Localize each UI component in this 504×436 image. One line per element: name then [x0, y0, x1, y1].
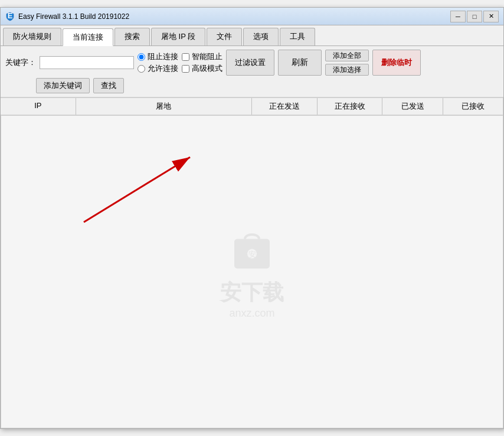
smart-block-label: 智能阻止 — [192, 51, 222, 62]
svg-text:E: E — [8, 12, 13, 20]
tab-files[interactable]: 文件 — [207, 28, 242, 45]
col-ip: IP — [1, 98, 76, 115]
keyword-input[interactable] — [40, 56, 134, 69]
col-local: 屠地 — [76, 98, 252, 115]
svg-text:安: 安 — [248, 250, 256, 259]
red-arrow — [48, 134, 237, 252]
tab-current-connections[interactable]: 当前连接 — [63, 28, 113, 46]
col-received: 已接收 — [443, 98, 503, 115]
window-title: Easy Firewall 3.1.1 Build 20191022 — [18, 12, 129, 21]
delete-temp-button[interactable]: 删除临时 — [372, 50, 421, 76]
watermark: 安 安下载 anxz.com — [220, 224, 284, 320]
minimize-button[interactable]: ─ — [450, 11, 466, 22]
tab-options[interactable]: 选项 — [243, 28, 279, 45]
find-button[interactable]: 查找 — [93, 78, 124, 93]
mode-checkbox-group: 智能阻止 高级模式 — [182, 51, 222, 74]
watermark-text-cn: 安下载 — [220, 278, 284, 307]
filter-settings-button[interactable]: 过滤设置 — [226, 50, 274, 76]
svg-line-2 — [84, 157, 190, 222]
advanced-mode-label: 高级模式 — [192, 63, 222, 74]
svg-rect-3 — [234, 239, 270, 269]
tab-bar: 防火墙规则 当前连接 搜索 屠地 IP 段 文件 选项 工具 — [1, 25, 503, 46]
title-bar: E Easy Firewall 3.1.1 Build 20191022 ─ □… — [1, 8, 503, 25]
app-icon: E — [5, 12, 15, 21]
close-button[interactable]: ✕ — [483, 11, 499, 22]
maximize-button[interactable]: □ — [467, 11, 482, 22]
connection-radio-group: 阻止连接 允许连接 — [138, 51, 178, 74]
allow-connection-radio[interactable]: 允许连接 — [138, 63, 178, 74]
refresh-button[interactable]: 刷新 — [278, 50, 322, 76]
content-area: 安 安下载 anxz.com — [1, 115, 503, 428]
watermark-icon: 安 — [228, 224, 276, 272]
tab-firewall-rules[interactable]: 防火墙规则 — [3, 28, 61, 45]
block-connection-label: 阻止连接 — [148, 51, 178, 62]
main-window: E Easy Firewall 3.1.1 Build 20191022 ─ □… — [0, 7, 504, 429]
advanced-mode-checkbox[interactable]: 高级模式 — [182, 63, 222, 74]
smart-block-checkbox[interactable]: 智能阻止 — [182, 51, 222, 62]
block-connection-radio[interactable]: 阻止连接 — [138, 51, 178, 62]
col-sending: 正在发送 — [252, 98, 318, 115]
title-controls: ─ □ ✕ — [450, 11, 499, 22]
toolbar: 关键字： 阻止连接 允许连接 智能阻止 — [1, 46, 503, 97]
title-bar-left: E Easy Firewall 3.1.1 Build 20191022 — [5, 12, 129, 21]
col-receiving: 正在接收 — [318, 98, 383, 115]
add-keyword-button[interactable]: 添加关键词 — [36, 78, 90, 93]
keyword-label: 关键字： — [5, 57, 36, 68]
table-header: IP 屠地 正在发送 正在接收 已发送 已接收 — [1, 97, 503, 115]
tab-local-ip-range[interactable]: 屠地 IP 段 — [151, 28, 205, 45]
tab-search[interactable]: 搜索 — [114, 28, 150, 45]
col-sent: 已发送 — [382, 98, 443, 115]
add-all-button[interactable]: 添加全部 — [325, 50, 369, 61]
tab-tools[interactable]: 工具 — [280, 28, 315, 45]
allow-connection-label: 允许连接 — [148, 63, 178, 74]
add-selected-button[interactable]: 添加选择 — [325, 64, 369, 76]
svg-point-4 — [247, 249, 257, 259]
watermark-text-en: anxz.com — [220, 307, 284, 320]
